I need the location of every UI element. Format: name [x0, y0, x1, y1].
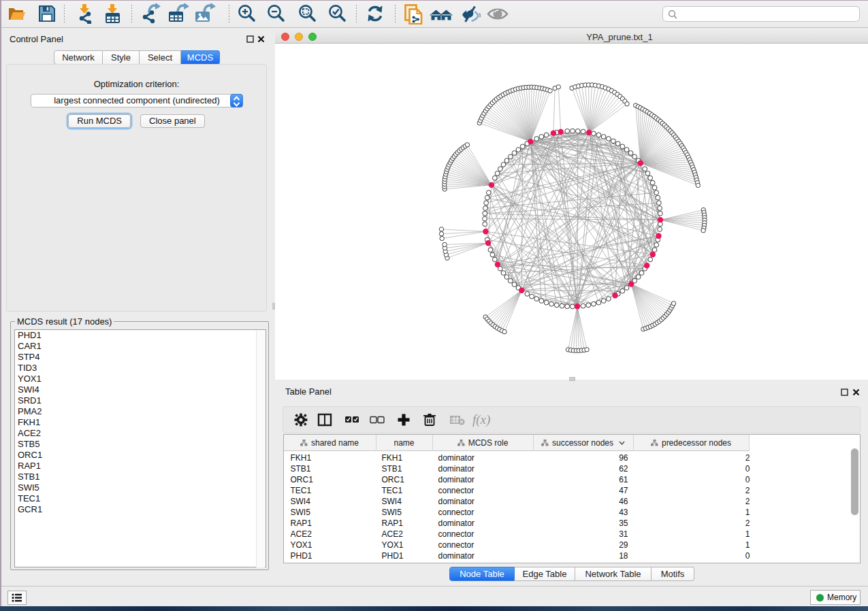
- svg-text:f(x): f(x): [472, 412, 490, 427]
